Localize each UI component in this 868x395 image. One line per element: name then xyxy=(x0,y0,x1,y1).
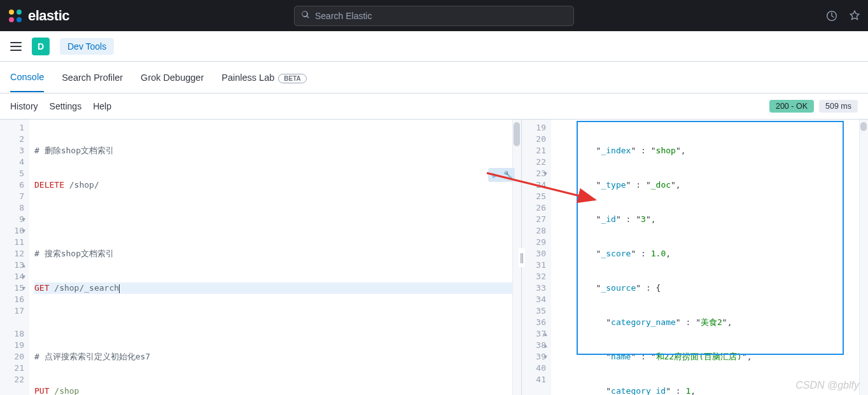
response-scrollbar[interactable] xyxy=(859,120,868,395)
editor-code[interactable]: # 删除shop文档索引 DELETE /shop/ # 搜索shop文档索引 … xyxy=(29,120,521,395)
run-request-buttons: ▷ 🔧 xyxy=(488,168,515,182)
response-viewer[interactable]: 19 20 21 22 23▼ 24 25 26 27 28 29 30 31 … xyxy=(522,120,868,395)
wrench-icon[interactable]: 🔧 xyxy=(502,169,514,181)
status-badge: 200 - OK xyxy=(769,100,814,113)
sub-header: D Dev Tools xyxy=(0,31,868,62)
search-input[interactable] xyxy=(315,11,567,21)
response-gutter: 19 20 21 22 23▼ 24 25 26 27 28 29 30 31 … xyxy=(522,120,551,395)
request-editor[interactable]: 1 2 3 4 5 6 7 8 9▼ 10▼ 11 12 13▲ 14▼ 15▼… xyxy=(0,120,522,395)
console-toolbar: History Settings Help 200 - OK 509 ms xyxy=(0,94,868,119)
brand-text: elastic xyxy=(28,8,69,24)
help-icon[interactable] xyxy=(849,10,860,22)
timing-badge: 509 ms xyxy=(819,100,858,113)
beta-badge: BETA xyxy=(278,74,306,83)
pane-splitter[interactable]: ‖ xyxy=(519,248,525,267)
tab-console[interactable]: Console xyxy=(10,63,44,92)
breadcrumb-devtools[interactable]: Dev Tools xyxy=(60,38,114,55)
global-search[interactable] xyxy=(294,6,574,26)
devtools-tabs: Console Search Profiler Grok Debugger Pa… xyxy=(0,62,868,94)
console-workspace: 1 2 3 4 5 6 7 8 9▼ 10▼ 11 12 13▲ 14▼ 15▼… xyxy=(0,119,868,395)
settings-link[interactable]: Settings xyxy=(50,101,82,111)
editor-gutter: 1 2 3 4 5 6 7 8 9▼ 10▼ 11 12 13▲ 14▼ 15▼… xyxy=(0,120,29,395)
help-link[interactable]: Help xyxy=(93,101,111,111)
elastic-logo-icon xyxy=(8,8,23,24)
play-icon[interactable]: ▷ xyxy=(489,169,501,181)
history-link[interactable]: History xyxy=(10,101,38,111)
elastic-logo[interactable]: elastic xyxy=(8,8,69,24)
tab-grok-debugger[interactable]: Grok Debugger xyxy=(141,64,204,92)
space-badge[interactable]: D xyxy=(32,38,50,55)
menu-toggle-icon[interactable] xyxy=(10,42,22,51)
response-code: "_index" : "shop", "_type" : "_doc", "_i… xyxy=(551,120,868,395)
newsfeed-icon[interactable] xyxy=(826,10,837,22)
tab-painless-lab[interactable]: Painless LabBETA xyxy=(221,64,307,92)
search-icon xyxy=(301,10,310,21)
top-header: elastic xyxy=(0,0,868,31)
tab-search-profiler[interactable]: Search Profiler xyxy=(62,64,123,92)
